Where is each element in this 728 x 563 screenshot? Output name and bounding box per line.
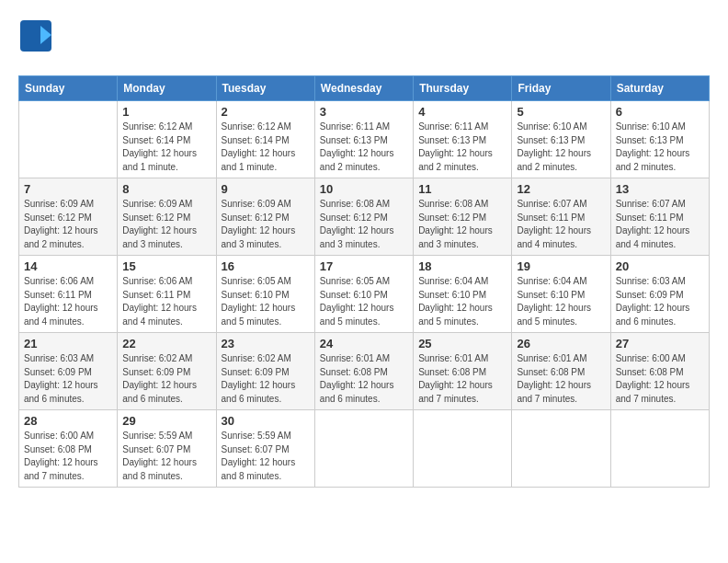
day-number: 15: [122, 259, 210, 273]
day-info: Sunrise: 6:03 AMSunset: 6:09 PMDaylight:…: [616, 275, 704, 328]
day-info: Sunrise: 6:02 AMSunset: 6:09 PMDaylight:…: [122, 352, 210, 406]
calendar-cell: 19Sunrise: 6:04 AMSunset: 6:10 PMDayligh…: [512, 256, 610, 333]
calendar-cell: 13Sunrise: 6:07 AMSunset: 6:11 PMDayligh…: [610, 178, 709, 256]
weekday-header-thursday: Thursday: [414, 76, 512, 101]
day-number: 7: [24, 182, 112, 196]
calendar-cell: 1Sunrise: 6:12 AMSunset: 6:14 PMDaylight…: [118, 101, 216, 178]
day-info: Sunrise: 6:05 AMSunset: 6:10 PMDaylight:…: [320, 275, 408, 328]
day-info: Sunrise: 6:09 AMSunset: 6:12 PMDaylight:…: [222, 198, 310, 251]
day-info: Sunrise: 6:03 AMSunset: 6:09 PMDaylight:…: [24, 352, 112, 406]
day-info: Sunrise: 6:08 AMSunset: 6:12 PMDaylight:…: [320, 198, 408, 251]
day-number: 6: [616, 105, 704, 119]
calendar-cell: [314, 410, 413, 488]
calendar-cell: 20Sunrise: 6:03 AMSunset: 6:09 PMDayligh…: [610, 256, 709, 333]
logo-icon: [18, 18, 53, 53]
day-number: 9: [222, 182, 310, 196]
weekday-header-monday: Monday: [118, 76, 216, 101]
day-info: Sunrise: 6:01 AMSunset: 6:08 PMDaylight:…: [320, 352, 408, 406]
calendar-cell: 25Sunrise: 6:01 AMSunset: 6:08 PMDayligh…: [414, 333, 512, 410]
calendar-week-1: 1Sunrise: 6:12 AMSunset: 6:14 PMDaylight…: [19, 101, 710, 178]
day-number: 12: [517, 182, 605, 196]
day-number: 24: [320, 337, 408, 350]
calendar-cell: 15Sunrise: 6:06 AMSunset: 6:11 PMDayligh…: [118, 256, 216, 333]
day-info: Sunrise: 6:06 AMSunset: 6:11 PMDaylight:…: [122, 275, 210, 328]
day-number: 21: [24, 337, 112, 350]
calendar-cell: 10Sunrise: 6:08 AMSunset: 6:12 PMDayligh…: [314, 178, 413, 256]
calendar-cell: 16Sunrise: 6:05 AMSunset: 6:10 PMDayligh…: [216, 256, 314, 333]
calendar-week-3: 14Sunrise: 6:06 AMSunset: 6:11 PMDayligh…: [19, 256, 710, 333]
day-number: 19: [517, 259, 605, 273]
day-number: 11: [418, 182, 506, 196]
day-number: 3: [320, 105, 408, 119]
day-info: Sunrise: 6:10 AMSunset: 6:13 PMDaylight:…: [517, 121, 605, 174]
day-number: 29: [122, 414, 210, 428]
logo: [18, 18, 53, 53]
weekday-header-friday: Friday: [512, 76, 610, 101]
calendar-cell: 29Sunrise: 5:59 AMSunset: 6:07 PMDayligh…: [118, 410, 216, 488]
day-number: 25: [418, 337, 506, 350]
calendar-cell: [19, 101, 118, 178]
day-info: Sunrise: 6:04 AMSunset: 6:10 PMDaylight:…: [418, 275, 506, 328]
calendar-cell: 2Sunrise: 6:12 AMSunset: 6:14 PMDaylight…: [216, 101, 314, 178]
day-number: 20: [616, 259, 704, 273]
calendar-cell: 5Sunrise: 6:10 AMSunset: 6:13 PMDaylight…: [512, 101, 610, 178]
day-info: Sunrise: 6:10 AMSunset: 6:13 PMDaylight:…: [616, 121, 704, 174]
day-number: 14: [24, 259, 112, 273]
day-number: 28: [24, 414, 112, 428]
day-number: 27: [616, 337, 704, 350]
calendar-cell: 17Sunrise: 6:05 AMSunset: 6:10 PMDayligh…: [314, 256, 413, 333]
weekday-header-sunday: Sunday: [19, 76, 118, 101]
day-number: 16: [222, 259, 310, 273]
day-info: Sunrise: 6:07 AMSunset: 6:11 PMDaylight:…: [616, 198, 704, 251]
calendar-cell: 27Sunrise: 6:00 AMSunset: 6:08 PMDayligh…: [610, 333, 709, 410]
day-info: Sunrise: 6:01 AMSunset: 6:08 PMDaylight:…: [517, 352, 605, 406]
calendar-cell: 18Sunrise: 6:04 AMSunset: 6:10 PMDayligh…: [414, 256, 512, 333]
calendar-cell: [414, 410, 512, 488]
day-number: 22: [122, 337, 210, 350]
calendar-cell: [610, 410, 709, 488]
calendar-cell: 11Sunrise: 6:08 AMSunset: 6:12 PMDayligh…: [414, 178, 512, 256]
calendar-cell: 30Sunrise: 5:59 AMSunset: 6:07 PMDayligh…: [216, 410, 314, 488]
day-number: 8: [122, 182, 210, 196]
day-info: Sunrise: 6:09 AMSunset: 6:12 PMDaylight:…: [24, 198, 112, 251]
calendar-cell: 3Sunrise: 6:11 AMSunset: 6:13 PMDaylight…: [314, 101, 413, 178]
day-info: Sunrise: 6:01 AMSunset: 6:08 PMDaylight:…: [418, 352, 506, 406]
calendar-cell: 26Sunrise: 6:01 AMSunset: 6:08 PMDayligh…: [512, 333, 610, 410]
day-info: Sunrise: 5:59 AMSunset: 6:07 PMDaylight:…: [222, 430, 310, 483]
day-info: Sunrise: 6:07 AMSunset: 6:11 PMDaylight:…: [517, 198, 605, 251]
calendar-week-2: 7Sunrise: 6:09 AMSunset: 6:12 PMDaylight…: [19, 178, 710, 256]
day-number: 10: [320, 182, 408, 196]
calendar-cell: 28Sunrise: 6:00 AMSunset: 6:08 PMDayligh…: [19, 410, 118, 488]
day-info: Sunrise: 6:11 AMSunset: 6:13 PMDaylight:…: [418, 121, 506, 174]
day-number: 23: [222, 337, 310, 350]
calendar-cell: 9Sunrise: 6:09 AMSunset: 6:12 PMDaylight…: [216, 178, 314, 256]
calendar-week-5: 28Sunrise: 6:00 AMSunset: 6:08 PMDayligh…: [19, 410, 710, 488]
day-info: Sunrise: 6:12 AMSunset: 6:14 PMDaylight:…: [122, 121, 210, 174]
calendar-cell: 7Sunrise: 6:09 AMSunset: 6:12 PMDaylight…: [19, 178, 118, 256]
day-info: Sunrise: 6:06 AMSunset: 6:11 PMDaylight:…: [24, 275, 112, 328]
day-info: Sunrise: 6:00 AMSunset: 6:08 PMDaylight:…: [616, 352, 704, 406]
weekday-header-saturday: Saturday: [610, 76, 709, 101]
day-number: 2: [222, 105, 310, 119]
day-info: Sunrise: 6:05 AMSunset: 6:10 PMDaylight:…: [222, 275, 310, 328]
day-info: Sunrise: 6:04 AMSunset: 6:10 PMDaylight:…: [517, 275, 605, 328]
day-number: 5: [517, 105, 605, 119]
calendar-cell: 6Sunrise: 6:10 AMSunset: 6:13 PMDaylight…: [610, 101, 709, 178]
day-info: Sunrise: 6:11 AMSunset: 6:13 PMDaylight:…: [320, 121, 408, 174]
day-info: Sunrise: 6:00 AMSunset: 6:08 PMDaylight:…: [24, 430, 112, 483]
day-number: 18: [418, 259, 506, 273]
day-info: Sunrise: 6:12 AMSunset: 6:14 PMDaylight:…: [222, 121, 310, 174]
day-info: Sunrise: 5:59 AMSunset: 6:07 PMDaylight:…: [122, 430, 210, 483]
calendar-week-4: 21Sunrise: 6:03 AMSunset: 6:09 PMDayligh…: [19, 333, 710, 410]
day-number: 30: [222, 414, 310, 428]
calendar-table: SundayMondayTuesdayWednesdayThursdayFrid…: [18, 75, 710, 488]
calendar-cell: [512, 410, 610, 488]
day-number: 1: [122, 105, 210, 119]
calendar-cell: 14Sunrise: 6:06 AMSunset: 6:11 PMDayligh…: [19, 256, 118, 333]
calendar-cell: 8Sunrise: 6:09 AMSunset: 6:12 PMDaylight…: [118, 178, 216, 256]
day-info: Sunrise: 6:02 AMSunset: 6:09 PMDaylight:…: [222, 352, 310, 406]
calendar-cell: 12Sunrise: 6:07 AMSunset: 6:11 PMDayligh…: [512, 178, 610, 256]
day-info: Sunrise: 6:09 AMSunset: 6:12 PMDaylight:…: [122, 198, 210, 251]
weekday-header-tuesday: Tuesday: [216, 76, 314, 101]
calendar-cell: 23Sunrise: 6:02 AMSunset: 6:09 PMDayligh…: [216, 333, 314, 410]
